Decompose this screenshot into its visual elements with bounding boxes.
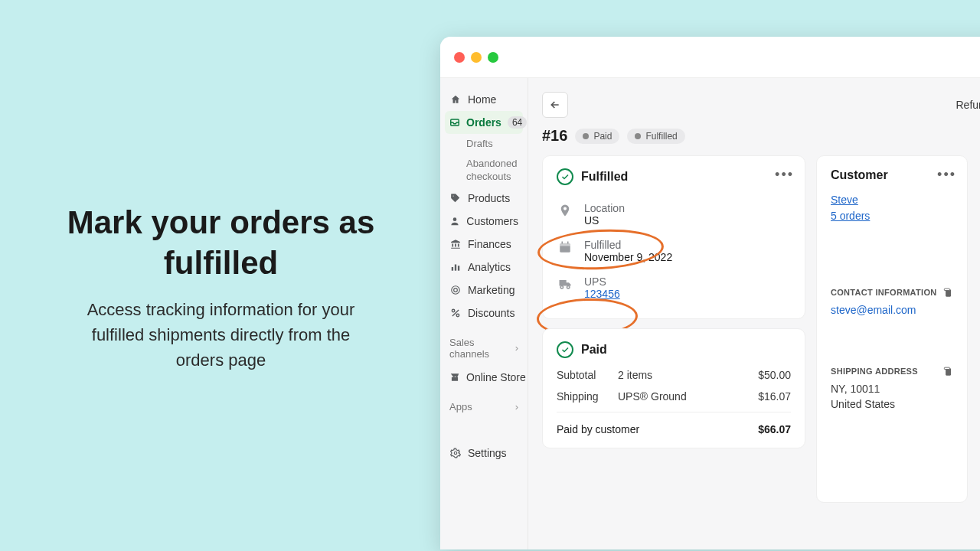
shipping-address-heading: SHIPPING ADDRESS <box>831 367 953 376</box>
check-circle-icon <box>557 168 573 185</box>
fulfilled-date-value: November 9, 2022 <box>584 251 672 263</box>
svg-point-5 <box>452 286 460 295</box>
shipping-label: Shipping <box>557 390 618 403</box>
contact-info-heading: CONTACT INFORMATION <box>831 288 953 297</box>
orders-count-badge: 64 <box>508 116 527 129</box>
sales-channels-heading[interactable]: Sales channels › <box>445 331 523 366</box>
arrow-left-icon <box>549 99 561 111</box>
sidebar-item-orders[interactable]: Orders 64 <box>445 111 523 134</box>
sidebar-item-customers[interactable]: Customers <box>445 210 523 233</box>
tag-icon <box>449 193 462 204</box>
sidebar-item-label: Online Store <box>466 371 526 383</box>
window-zoom-icon[interactable] <box>488 52 498 63</box>
sidebar-item-label: Home <box>468 93 496 106</box>
sidebar-item-marketing[interactable]: Marketing <box>445 279 523 302</box>
sidebar-item-online-store[interactable]: Online Store <box>445 366 523 389</box>
svg-point-6 <box>454 288 458 292</box>
titlebar <box>440 37 980 78</box>
sidebar-item-label: Marketing <box>468 284 514 296</box>
map-pin-icon <box>557 202 573 219</box>
sidebar-item-label: Products <box>468 192 510 204</box>
inbox-icon <box>449 117 460 128</box>
shipping-line2: United States <box>831 397 953 412</box>
promo-heading: Mark your orders as fulfilled <box>66 203 376 283</box>
refund-link[interactable]: Refund <box>956 99 980 111</box>
paid-by-customer-label: Paid by customer <box>557 423 639 435</box>
person-icon <box>449 216 460 227</box>
svg-rect-2 <box>452 267 453 271</box>
sidebar-item-products[interactable]: Products <box>445 187 523 210</box>
shipping-line1: NY, 10011 <box>831 382 953 397</box>
back-button[interactable] <box>542 92 568 118</box>
sidebar-item-label: Discounts <box>468 307 514 319</box>
svg-point-1 <box>453 217 457 221</box>
sidebar-item-label: Finances <box>468 238 511 250</box>
order-number: #16 <box>542 127 567 145</box>
customer-orders-link[interactable]: 5 orders <box>831 210 870 222</box>
paid-by-customer-amount: $66.07 <box>758 423 791 435</box>
svg-rect-4 <box>458 266 459 270</box>
sidebar-item-home[interactable]: Home <box>445 88 523 111</box>
bank-icon <box>449 239 462 249</box>
tracking-number-link[interactable]: 123456 <box>584 288 620 300</box>
truck-icon <box>557 276 573 292</box>
svg-point-8 <box>456 314 459 317</box>
customer-name-link[interactable]: Steve <box>831 194 858 206</box>
fulfilled-date-label: Fulfilled <box>584 239 672 251</box>
sidebar-item-label: Settings <box>468 447 507 459</box>
sidebar-sub-abandoned[interactable]: Abandoned checkouts <box>445 154 523 187</box>
shipping-method: UPS® Ground <box>618 390 758 403</box>
card-menu-button[interactable]: ••• <box>775 167 794 183</box>
carrier-label: UPS <box>584 276 620 288</box>
fulfilled-status-badge: Fulfilled <box>627 129 684 144</box>
svg-rect-3 <box>455 264 456 270</box>
percent-icon <box>449 308 462 318</box>
chevron-right-icon: › <box>515 401 518 412</box>
check-circle-icon <box>557 341 573 358</box>
clipboard-icon[interactable] <box>942 288 953 302</box>
store-icon <box>449 372 460 383</box>
fulfilled-card: ••• Fulfilled Location <box>542 155 805 319</box>
clipboard-icon[interactable] <box>942 367 953 380</box>
main-content: Refund Return items #16 Paid Fulfilled •… <box>528 78 980 549</box>
svg-point-13 <box>567 286 570 289</box>
app-window: Home Orders 64 Drafts Abandoned checkout… <box>440 37 980 549</box>
chevron-right-icon: › <box>515 342 518 354</box>
sidebar-item-settings[interactable]: Settings <box>445 442 523 465</box>
customer-card: ••• Customer Steve 5 orders CONTACT INFO… <box>816 155 968 503</box>
paid-card-title: Paid <box>581 343 607 357</box>
customer-card-title: Customer <box>831 168 953 182</box>
window-close-icon[interactable] <box>454 52 465 63</box>
apps-heading[interactable]: Apps › <box>445 395 523 419</box>
sidebar: Home Orders 64 Drafts Abandoned checkout… <box>440 78 528 549</box>
subtotal-amount: $50.00 <box>758 369 791 381</box>
window-minimize-icon[interactable] <box>471 52 482 63</box>
subtotal-items: 2 items <box>618 369 758 381</box>
sidebar-item-analytics[interactable]: Analytics <box>445 256 523 279</box>
sidebar-item-label: Customers <box>466 215 518 227</box>
sidebar-item-label: Analytics <box>468 261 511 273</box>
svg-point-7 <box>452 309 455 312</box>
svg-point-9 <box>454 452 457 455</box>
gear-icon <box>449 448 462 458</box>
shipping-amount: $16.07 <box>758 390 791 403</box>
bars-icon <box>449 262 462 272</box>
paid-status-badge: Paid <box>575 129 619 144</box>
sidebar-item-discounts[interactable]: Discounts <box>445 302 523 324</box>
paid-card: Paid Subtotal 2 items $50.00 Shipping UP… <box>542 328 805 448</box>
customer-email-link[interactable]: steve@email.com <box>831 304 916 316</box>
location-label: Location <box>584 202 625 214</box>
svg-rect-11 <box>560 243 570 246</box>
home-icon <box>449 94 462 105</box>
sidebar-item-finances[interactable]: Finances <box>445 233 523 256</box>
svg-point-12 <box>560 286 563 289</box>
sidebar-sub-drafts[interactable]: Drafts <box>445 134 523 154</box>
target-icon <box>449 285 462 295</box>
svg-rect-15 <box>944 289 949 290</box>
location-value: US <box>584 214 625 227</box>
card-menu-button[interactable]: ••• <box>937 167 956 183</box>
svg-rect-17 <box>944 367 949 369</box>
fulfilled-card-title: Fulfilled <box>581 170 628 184</box>
calendar-icon <box>557 239 573 256</box>
promo-subtext: Access tracking information for your ful… <box>66 297 376 373</box>
